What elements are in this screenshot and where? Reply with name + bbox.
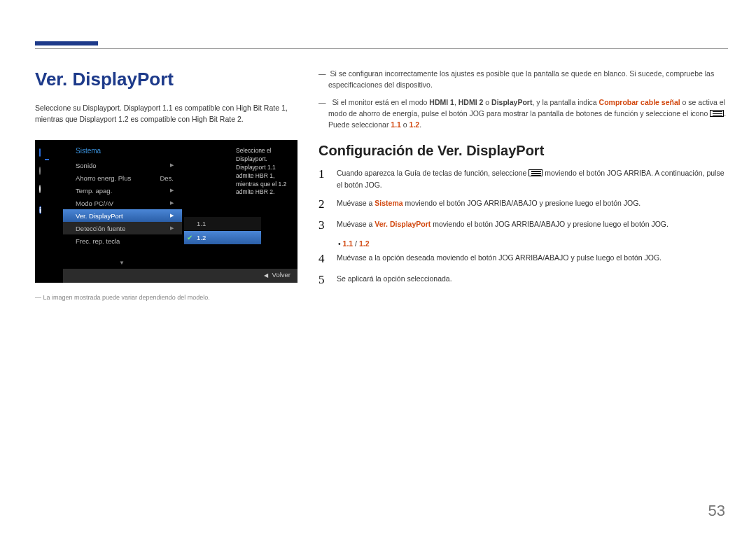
section-heading: Configuración de Ver. DisplayPort [318,143,728,159]
osd-footer: ◀Volver [63,269,298,283]
check-icon: ✔ [187,234,192,241]
osd-row-displayport: Ver. DisplayPort▶ [63,209,182,222]
step-num-3: 3 [318,218,327,232]
step-3-options: 1.1 / 1.2 [338,239,728,248]
osd-option-1.2: ✔1.2 [184,230,261,244]
page-number: 53 [708,502,725,520]
osd-row-ahorro: Ahorro energ. PlusDes. [63,171,182,184]
gear-white-icon [39,185,56,199]
osd-submenu: 1.1 ✔1.2 [184,217,261,244]
header-rule [35,48,728,49]
osd-nav-icons: i [35,147,60,222]
page-header [35,41,728,50]
step-num-5: 5 [318,273,327,287]
step-1: 1 Cuando aparezca la Guía de teclas de f… [318,167,728,190]
step-num-1: 1 [318,167,327,190]
step-num-2: 2 [318,197,327,211]
osd-screenshot: i Sistema Sonido▶ Ahorro energ. PlusDes.… [35,140,298,283]
step-3: 3 Muévase a Ver. DisplayPort moviendo el… [318,218,728,232]
menu-icon [528,169,542,176]
osd-tooltip: Seleccione el Displayport. Displayport 1… [236,147,293,197]
gear-icon [39,167,56,181]
osd-menu-title: Sistema [63,146,182,159]
step-num-4: 4 [318,252,327,266]
page-title: Ver. DisplayPort [35,69,298,90]
info-icon: i [39,204,56,218]
back-arrow-icon: ◀ [264,272,268,279]
osd-row-temp: Temp. apag.▶ [63,184,182,197]
note-1: Si se configuran incorrectamente los aju… [318,68,728,91]
menu-icon [710,110,724,117]
step-4: 4 Muévase a la opción deseada moviendo e… [318,252,728,266]
header-accent [35,41,98,45]
osd-menu: Sistema Sonido▶ Ahorro energ. PlusDes. T… [63,146,182,247]
osd-row-modo: Modo PC/AV▶ [63,197,182,209]
intro-text: Seleccione su Displayport. Displayport 1… [35,103,298,125]
monitor-icon [39,149,56,163]
osd-row-sonido: Sonido▶ [63,159,182,171]
osd-option-1.1: 1.1 [184,217,261,230]
step-5: 5 Se aplicará la opción seleccionada. [318,273,728,287]
note-2: Si el monitor está en el modo HDMI 1, HD… [318,97,728,131]
osd-row-deteccion: Detección fuente▶ [63,222,182,234]
osd-caption: La imagen mostrada puede variar dependie… [35,294,298,301]
step-2: 2 Muévase a Sistema moviendo el botón JO… [318,197,728,211]
osd-row-frec: Frec. rep. tecla [63,234,182,247]
scroll-down-icon: ▼ [119,260,125,266]
